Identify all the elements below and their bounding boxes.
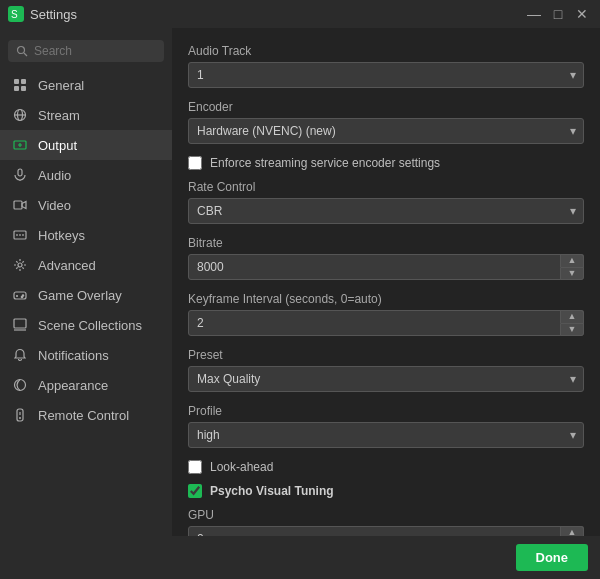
title-bar: S Settings — □ ✕ [0, 0, 600, 28]
select-wrapper-rate-control: CBR [188, 198, 584, 224]
svg-text:S: S [11, 9, 18, 20]
sidebar-item-label: Scene Collections [38, 318, 142, 333]
select-audio-track[interactable]: 1 [188, 62, 584, 88]
field-label-gpu: GPU [188, 508, 584, 522]
sidebar-item-label: Notifications [38, 348, 109, 363]
minimize-button[interactable]: — [524, 4, 544, 24]
video-icon [12, 197, 28, 213]
title-bar-title: Settings [30, 7, 77, 22]
field-label-bitrate: Bitrate [188, 236, 584, 250]
select-wrapper-profile: high [188, 422, 584, 448]
field-group-preset: PresetMax Quality [188, 348, 584, 392]
sidebar-item-label: Remote Control [38, 408, 129, 423]
field-group-profile: Profilehigh [188, 404, 584, 448]
spin-wrapper-keyframe-interval: ▲▼ [188, 310, 584, 336]
spin-up-keyframe-interval[interactable]: ▲ [560, 310, 584, 323]
hotkeys-icon [12, 227, 28, 243]
done-button[interactable]: Done [516, 544, 589, 571]
search-box[interactable] [8, 40, 164, 62]
checkbox-label-look-ahead: Look-ahead [210, 460, 273, 474]
checkbox-enforce-checkbox[interactable] [188, 156, 202, 170]
sidebar-item-hotkeys[interactable]: Hotkeys [0, 220, 172, 250]
appearance-icon [12, 377, 28, 393]
checkbox-label-enforce-checkbox: Enforce streaming service encoder settin… [210, 156, 440, 170]
svg-rect-6 [14, 86, 19, 91]
sidebar-item-appearance[interactable]: Appearance [0, 370, 172, 400]
main-layout: General Stream Output Audio Video Hotkey… [0, 28, 600, 536]
spin-up-gpu[interactable]: ▲ [560, 526, 584, 536]
sidebar-item-label: Audio [38, 168, 71, 183]
svg-rect-12 [18, 169, 22, 176]
checkbox-psycho-visual[interactable] [188, 484, 202, 498]
sidebar-item-output[interactable]: Output [0, 130, 172, 160]
field-label-encoder: Encoder [188, 100, 584, 114]
sidebar-item-video[interactable]: Video [0, 190, 172, 220]
select-rate-control[interactable]: CBR [188, 198, 584, 224]
spin-buttons-keyframe-interval: ▲▼ [560, 310, 584, 336]
sidebar-item-scene-collections[interactable]: Scene Collections [0, 310, 172, 340]
globe-icon [12, 107, 28, 123]
checkbox-row-psycho-visual: Psycho Visual Tuning [188, 484, 584, 498]
svg-point-27 [15, 380, 26, 391]
svg-rect-5 [21, 79, 26, 84]
select-encoder[interactable]: Hardware (NVENC) (new) [188, 118, 584, 144]
svg-point-2 [18, 47, 25, 54]
sidebar-item-game-overlay[interactable]: Game Overlay [0, 280, 172, 310]
sidebar-item-remote-control[interactable]: Remote Control [0, 400, 172, 430]
sidebar-item-notifications[interactable]: Notifications [0, 340, 172, 370]
output-icon [12, 137, 28, 153]
field-group-encoder: EncoderHardware (NVENC) (new) [188, 100, 584, 144]
spin-wrapper-gpu: ▲▼ [188, 526, 584, 536]
sidebar-item-label: Output [38, 138, 77, 153]
spin-input-bitrate[interactable] [188, 254, 584, 280]
sidebar-item-advanced[interactable]: Advanced [0, 250, 172, 280]
scene-icon [12, 317, 28, 333]
spin-up-bitrate[interactable]: ▲ [560, 254, 584, 267]
footer: Done [0, 536, 600, 579]
maximize-button[interactable]: □ [548, 4, 568, 24]
search-icon [16, 45, 28, 57]
select-preset[interactable]: Max Quality [188, 366, 584, 392]
title-bar-left: S Settings [8, 6, 77, 22]
checkbox-label-psycho-visual: Psycho Visual Tuning [210, 484, 334, 498]
svg-point-29 [19, 417, 21, 419]
sidebar-item-label: Game Overlay [38, 288, 122, 303]
field-label-keyframe-interval: Keyframe Interval (seconds, 0=auto) [188, 292, 584, 306]
field-label-profile: Profile [188, 404, 584, 418]
remote-icon [12, 407, 28, 423]
spin-input-gpu[interactable] [188, 526, 584, 536]
sidebar-item-label: Stream [38, 108, 80, 123]
game-icon [12, 287, 28, 303]
field-group-rate-control: Rate ControlCBR [188, 180, 584, 224]
checkbox-row-look-ahead: Look-ahead [188, 460, 584, 474]
field-label-audio-track: Audio Track [188, 44, 584, 58]
checkbox-look-ahead[interactable] [188, 460, 202, 474]
title-bar-controls: — □ ✕ [524, 4, 592, 24]
spin-down-keyframe-interval[interactable]: ▼ [560, 323, 584, 337]
spin-input-keyframe-interval[interactable] [188, 310, 584, 336]
sidebar-item-label: Hotkeys [38, 228, 85, 243]
select-wrapper-audio-track: 1 [188, 62, 584, 88]
app-icon: S [8, 6, 24, 22]
search-input[interactable] [34, 44, 156, 58]
close-button[interactable]: ✕ [572, 4, 592, 24]
sidebar-item-stream[interactable]: Stream [0, 100, 172, 130]
svg-line-3 [24, 53, 27, 56]
svg-rect-4 [14, 79, 19, 84]
sidebar-item-label: Video [38, 198, 71, 213]
bell-icon [12, 347, 28, 363]
spin-down-bitrate[interactable]: ▼ [560, 267, 584, 281]
svg-point-24 [21, 296, 22, 297]
select-profile[interactable]: high [188, 422, 584, 448]
sidebar-item-general[interactable]: General [0, 70, 172, 100]
svg-rect-7 [21, 86, 26, 91]
audio-icon [12, 167, 28, 183]
field-label-rate-control: Rate Control [188, 180, 584, 194]
field-group-gpu: GPU▲▼ [188, 508, 584, 536]
content-area: Audio Track1EncoderHardware (NVENC) (new… [172, 28, 600, 536]
sidebar-item-audio[interactable]: Audio [0, 160, 172, 190]
svg-point-19 [18, 263, 22, 267]
spin-wrapper-bitrate: ▲▼ [188, 254, 584, 280]
svg-rect-25 [14, 319, 26, 328]
select-wrapper-preset: Max Quality [188, 366, 584, 392]
